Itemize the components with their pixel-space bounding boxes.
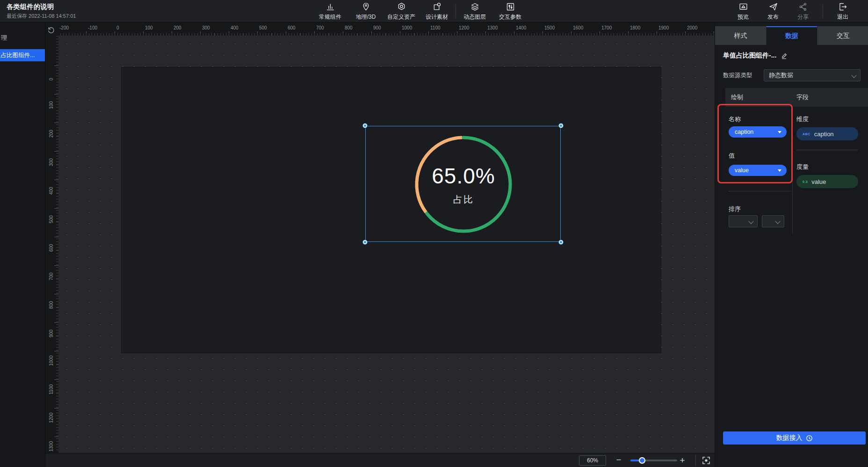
ruler-tick: 700: [314, 22, 347, 36]
layer-item-label: 值占比图组件...: [0, 49, 35, 61]
publish-icon: [768, 2, 778, 12]
ruler-tick: 800: [343, 22, 376, 36]
preview-button[interactable]: 预览: [730, 0, 756, 22]
tab-style[interactable]: 样式: [715, 26, 766, 45]
measure-field-name: value: [811, 178, 826, 185]
ruler-tick: 800: [45, 294, 58, 327]
caret-down-icon: [778, 169, 781, 172]
value-field-select[interactable]: value: [729, 165, 787, 176]
zoom-percentage-input[interactable]: 60%: [579, 455, 606, 466]
exit-icon: [838, 2, 848, 12]
ruler-tick: 1200: [457, 22, 490, 36]
sort-order-select[interactable]: [762, 215, 784, 227]
horizontal-ruler: -200-10001002003004005006007008009001000…: [57, 22, 715, 36]
ruler-tick: 1000: [400, 22, 433, 36]
ruler-tick: 1500: [542, 22, 575, 36]
document-title-block: 各类组件的说明 最近保存 2022-11-08 14:57:01: [7, 3, 76, 20]
action-label: 预览: [738, 13, 749, 21]
edit-pencil-icon[interactable]: [781, 52, 788, 59]
toolbar-item-dynamic-layers[interactable]: 动态图层: [457, 0, 492, 22]
ruler-tick: 500: [45, 208, 58, 241]
toolbar-item-label: 交互参数: [499, 13, 521, 21]
ruler-tick: 500: [257, 22, 290, 36]
tab-data[interactable]: 数据: [766, 26, 817, 45]
layers-sidebar: 理 值占比图组件...: [0, 22, 45, 467]
dimension-field-name: caption: [814, 131, 834, 138]
donut-caption-text: 占比: [453, 193, 474, 206]
toolbar-item-interaction-params[interactable]: 交互参数: [492, 0, 528, 22]
dimension-type-badge: ABC: [803, 132, 810, 136]
name-field-select[interactable]: caption: [729, 126, 787, 138]
sidebar-layer-item-selected[interactable]: 值占比图组件...: [0, 49, 45, 61]
editor-canvas[interactable]: 65.0% 占比: [58, 36, 715, 453]
ruler-tick: 1900: [657, 22, 689, 36]
ruler-tick: -200: [58, 22, 90, 36]
data-access-label: 数据接入: [776, 434, 803, 442]
resize-handle-bottom-left[interactable]: [363, 240, 367, 244]
sliders-icon: [506, 2, 515, 12]
datasource-selected-value: 静态数据: [769, 70, 793, 81]
zoom-out-button[interactable]: −: [614, 455, 623, 466]
widget-title: 单值占比图组件-...: [723, 51, 776, 60]
resize-handle-top-right[interactable]: [559, 124, 563, 128]
sort-field-select[interactable]: [729, 215, 758, 227]
toolbar-item-label: 自定义资产: [387, 13, 415, 21]
exit-button[interactable]: 退出: [830, 0, 856, 22]
toolbar-item-custom-assets[interactable]: 自定义资产: [383, 0, 419, 22]
action-label: 退出: [837, 13, 848, 21]
ruler-tick: -100: [86, 22, 119, 36]
zoom-slider-knob[interactable]: [639, 457, 645, 464]
widget-selection-box[interactable]: 65.0% 占比: [365, 126, 561, 242]
section-tab-draw[interactable]: 绘制: [731, 88, 743, 107]
ruler-tick: 200: [45, 123, 58, 155]
share-icon: [798, 2, 808, 12]
publish-button[interactable]: 发布: [760, 0, 786, 22]
bar-chart-icon: [326, 2, 335, 12]
ruler-tick: 100: [45, 94, 58, 127]
fit-to-screen-icon[interactable]: [701, 455, 711, 466]
resize-handle-bottom-right[interactable]: [559, 240, 563, 244]
donut-center-text: 65.0% 占比: [412, 133, 515, 236]
toolbar-item-label: 动态图层: [463, 13, 486, 21]
ruler-tick: 1100: [45, 379, 58, 412]
ruler-tick: 400: [229, 22, 261, 36]
caret-down-icon: [778, 131, 781, 133]
toolbar-item-design-assets[interactable]: 设计素材: [419, 0, 455, 22]
preview-icon: [738, 2, 748, 12]
ruler-tick: 1200: [45, 408, 58, 441]
history-clock-icon: [806, 435, 813, 442]
ruler-tick: 1300: [45, 437, 58, 453]
action-label: 发布: [767, 13, 779, 21]
canvas-bottom-bar: 60% − +: [45, 453, 715, 467]
data-access-button[interactable]: 数据接入: [723, 431, 866, 445]
section-tab-fields[interactable]: 字段: [796, 88, 809, 107]
ratio-donut-widget[interactable]: 65.0% 占比: [412, 133, 515, 236]
inspector-tabbar: 样式 数据 交互: [715, 26, 868, 45]
columns-divider: [792, 107, 793, 234]
zoom-in-button[interactable]: +: [678, 455, 687, 466]
datasource-select[interactable]: 静态数据: [764, 69, 861, 81]
chevron-down-icon: [851, 73, 856, 78]
bottom-bar-divider: [695, 455, 696, 466]
value-field-value: value: [735, 165, 749, 176]
sort-label: 排序: [729, 205, 741, 213]
ruler-tick: 0: [45, 66, 58, 98]
ruler-tick: 900: [45, 322, 58, 355]
name-field-value: caption: [735, 126, 753, 138]
datasource-label: 数据源类型: [723, 69, 752, 81]
share-button[interactable]: 分享: [790, 0, 816, 22]
measure-field-pill[interactable]: 0.3 value: [796, 175, 858, 188]
inspector-panel: 样式 数据 交互 单值占比图组件-... 数据源类型 静态数据 绘制 字段: [715, 22, 868, 467]
dimension-field-pill[interactable]: ABC caption: [796, 127, 858, 140]
ruler-tick: 1300: [485, 22, 518, 36]
resize-handle-top-left[interactable]: [363, 124, 367, 128]
donut-value-text: 65.0%: [432, 163, 495, 189]
tab-interaction[interactable]: 交互: [817, 26, 868, 45]
zoom-slider[interactable]: [630, 460, 677, 461]
toolbar-item-charts[interactable]: 常规组件: [312, 0, 348, 22]
name-field-label: 名称: [729, 115, 741, 124]
top-header: 各类组件的说明 最近保存 2022-11-08 14:57:01 常规组件 地理…: [0, 0, 868, 22]
toolbar-item-geo3d[interactable]: 地理/3D: [348, 0, 383, 22]
ruler-tick: 700: [45, 265, 58, 298]
refresh-icon[interactable]: [47, 25, 56, 34]
